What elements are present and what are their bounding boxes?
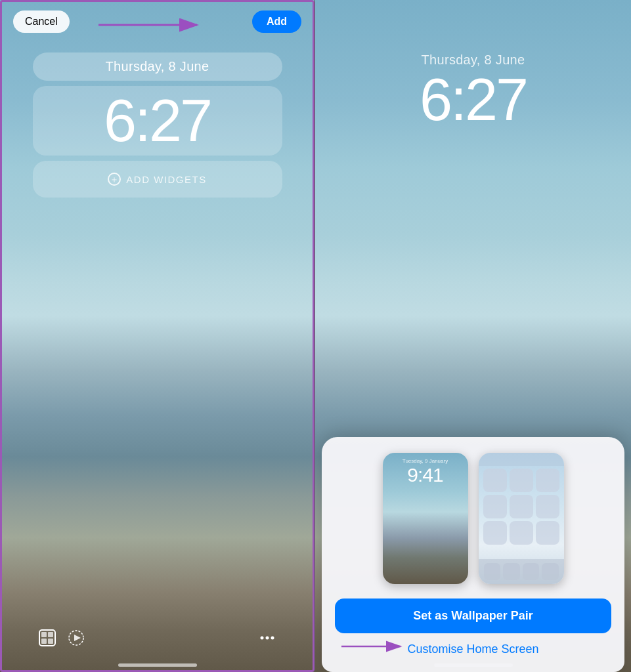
right-time: 6:27 xyxy=(420,70,527,129)
play-icon[interactable] xyxy=(62,623,91,652)
phone-previews: Tuesday, 9 January 9:41 xyxy=(335,453,611,584)
widget-7 xyxy=(483,521,507,545)
widget-row-2 xyxy=(481,495,561,518)
plus-icon: ＋ xyxy=(108,173,121,186)
svg-rect-3 xyxy=(48,632,53,637)
widget-5 xyxy=(510,495,533,518)
time-pill: 6:27 xyxy=(33,86,282,156)
lock-screen-preview: Tuesday, 9 January 9:41 xyxy=(383,453,468,584)
lock-screen-content: Thursday, 8 June 6:27 ＋ ADD WIDGETS xyxy=(0,52,315,198)
add-widgets-label: ADD WIDGETS xyxy=(126,174,206,185)
widget-row-1 xyxy=(481,469,561,492)
dock-icon-3 xyxy=(523,563,540,580)
more-options-icon[interactable] xyxy=(253,623,282,652)
cancel-button[interactable]: Cancel xyxy=(13,10,70,33)
time-display: 6:27 xyxy=(33,91,282,150)
add-button[interactable]: Add xyxy=(252,10,301,33)
dock-icon-4 xyxy=(542,563,559,580)
customise-label[interactable]: Customise Home Screen xyxy=(407,642,538,656)
left-header: Cancel Add xyxy=(0,10,315,33)
widget-4 xyxy=(483,495,507,518)
widget-3 xyxy=(536,469,559,492)
home-widgets xyxy=(479,466,564,559)
svg-point-9 xyxy=(266,637,269,640)
add-widgets-button[interactable]: ＋ ADD WIDGETS xyxy=(33,161,282,198)
gallery-icon[interactable] xyxy=(33,623,62,652)
home-screen-preview xyxy=(479,453,564,584)
mini-time: 9:41 xyxy=(407,465,443,485)
home-indicator-left xyxy=(118,663,197,667)
home-status-bar xyxy=(479,453,564,466)
bottom-toolbar xyxy=(0,623,315,652)
widget-row-3 xyxy=(481,521,561,545)
right-date: Thursday, 8 June xyxy=(422,52,525,68)
svg-rect-2 xyxy=(41,632,47,637)
widget-8 xyxy=(510,521,533,545)
widget-6 xyxy=(536,495,559,518)
customise-arrow-annotation xyxy=(335,635,420,658)
set-wallpaper-button[interactable]: Set as Wallpaper Pair xyxy=(335,598,611,633)
dock-row xyxy=(479,559,564,584)
wallpaper-sheet: Tuesday, 9 January 9:41 xyxy=(322,437,624,672)
right-panel: Thursday, 8 June 6:27 Tuesday, 9 January… xyxy=(315,0,631,672)
svg-point-8 xyxy=(261,637,264,640)
left-panel: Cancel Add Thursday, 8 June 6:27 ＋ ADD W… xyxy=(0,0,315,672)
dock-icon-1 xyxy=(484,563,501,580)
lock-preview-content: Tuesday, 9 January 9:41 xyxy=(383,458,468,485)
svg-rect-5 xyxy=(48,639,53,644)
svg-marker-7 xyxy=(74,635,81,641)
svg-rect-4 xyxy=(41,639,47,644)
dock-icon-2 xyxy=(503,563,520,580)
svg-point-10 xyxy=(271,637,274,640)
date-display: Thursday, 8 June xyxy=(33,52,282,81)
right-lock-content: Thursday, 8 June 6:27 xyxy=(315,52,631,129)
widget-9 xyxy=(536,521,559,545)
widget-1 xyxy=(483,469,507,492)
customise-row[interactable]: Customise Home Screen xyxy=(335,633,611,659)
widget-2 xyxy=(510,469,533,492)
mini-date: Tuesday, 9 January xyxy=(403,458,448,464)
